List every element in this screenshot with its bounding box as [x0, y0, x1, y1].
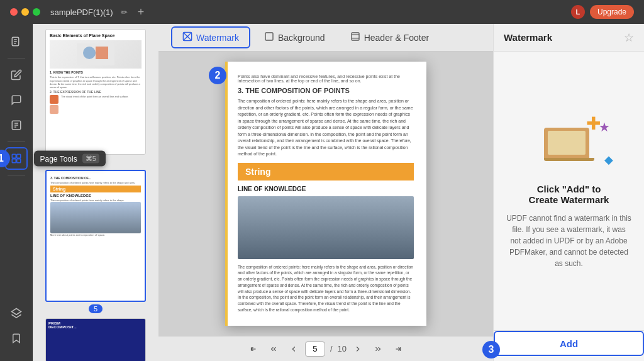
- background-tab-label: Background: [278, 33, 325, 43]
- tab-header-footer[interactable]: Header & Footer: [339, 26, 441, 48]
- upgrade-button[interactable]: Upgrade: [590, 5, 634, 19]
- edit-title-icon[interactable]: ✏: [121, 8, 128, 17]
- header-footer-tab-icon: [350, 31, 360, 43]
- page-navigation: 5 / 10: [158, 336, 493, 361]
- shortcut-badge: ⌘5: [82, 154, 99, 164]
- laptop-base: [544, 158, 594, 161]
- add-button-container: 3 Add: [494, 330, 644, 361]
- laptop-body: [544, 128, 589, 158]
- content-area: Watermark Background Hea: [158, 24, 493, 361]
- svg-rect-19: [265, 33, 273, 40]
- titlebar: samplePDF(1)(1) ✏ + L Upgrade: [0, 0, 644, 24]
- sidebar-icon-layers[interactable]: [5, 302, 28, 325]
- deco-diamond-icon: ◆: [604, 153, 613, 167]
- tp5-text-3: More text about points and composition o…: [50, 233, 141, 236]
- pdf-section-3-body: The composition of ordered points: here …: [238, 98, 414, 158]
- right-panel-header: Watermark ☆: [494, 24, 644, 52]
- sidebar-divider-1: [8, 58, 25, 58]
- svg-rect-10: [12, 159, 16, 163]
- right-panel-title: Watermark: [504, 32, 552, 43]
- nav-first-button[interactable]: [245, 340, 262, 358]
- close-button[interactable]: [10, 8, 18, 16]
- tp4-orange-section: 2. THE EXPRESSION OF THE LINE: [50, 90, 142, 94]
- left-sidebar: Page Tools ⌘5 1: [0, 24, 33, 361]
- step-1-indicator: 1: [0, 150, 10, 167]
- background-tab-icon: [264, 31, 274, 43]
- page-total: 10: [338, 344, 347, 353]
- sidebar-icon-form[interactable]: [5, 114, 28, 136]
- svg-marker-12: [11, 309, 21, 315]
- pdf-line-body: The composition of ordered points: here …: [238, 264, 414, 313]
- new-tab-icon[interactable]: +: [138, 6, 145, 19]
- svg-rect-20: [352, 33, 359, 40]
- thumb-page-5-content: 3. THE COMPOSITION OF... The composition…: [45, 170, 146, 302]
- tp5-text: The composition of ordered points here m…: [50, 181, 141, 184]
- window-title: samplePDF(1)(1): [50, 8, 113, 17]
- tp5-string-bar: String: [50, 186, 141, 192]
- thumb-page-5-number: 5: [89, 304, 103, 313]
- pdf-left-bar: [225, 62, 228, 326]
- thumbnail-prism[interactable]: PRISMDECOMPOSIT...: [38, 318, 153, 361]
- step-3-indicator: 3: [482, 341, 500, 358]
- nav-next-next-button[interactable]: [369, 340, 387, 358]
- laptop-screen: [548, 131, 586, 155]
- tp5-section: 3. THE COMPOSITION OF...: [50, 176, 141, 180]
- watermark-cta-title: Click "Add" toCreate Watermark: [529, 184, 609, 205]
- sidebar-divider-3: [8, 175, 25, 175]
- right-panel-content: ✚ ★ ◆ Click "Add" toCreate Watermark UPD…: [494, 52, 644, 330]
- thumbnail-page-5[interactable]: 3. THE COMPOSITION OF... The composition…: [38, 170, 153, 313]
- watermark-tab-icon: [182, 31, 192, 43]
- nav-prev-prev-button[interactable]: [265, 340, 282, 358]
- main-layout: Page Tools ⌘5 1 Basi: [0, 24, 644, 361]
- favorite-icon[interactable]: ☆: [624, 31, 634, 45]
- nav-prev-button[interactable]: [285, 340, 303, 358]
- sidebar-icon-bookmark[interactable]: [5, 327, 28, 350]
- maximize-button[interactable]: [33, 8, 40, 16]
- prism-label: PRISMDECOMPOSIT...: [48, 321, 143, 329]
- svg-point-15: [83, 47, 96, 59]
- step-2-indicator: 2: [209, 67, 226, 84]
- thumb-page-4-content: Basic Elements of Plane Space 1. KNOW TH…: [45, 29, 146, 155]
- thumbnail-panel: Basic Elements of Plane Space 1. KNOW TH…: [33, 24, 158, 361]
- tp4-text-1: This is the expression of T, that is a s…: [50, 75, 142, 89]
- sidebar-icon-doc[interactable]: [5, 30, 28, 53]
- tooltip-label: Page Tools: [40, 154, 77, 163]
- sidebar-bottom: [5, 302, 28, 355]
- right-panel: Watermark ☆ ✚ ★ ◆ Click "Add" toCreate W…: [493, 24, 644, 361]
- thumbnail-page-4[interactable]: Basic Elements of Plane Space 1. KNOW TH…: [38, 29, 153, 165]
- svg-rect-14: [96, 47, 108, 59]
- sidebar-icon-comment[interactable]: [5, 89, 28, 111]
- pdf-section-3-num: 3. THE COMPOSITION OF POINTS: [238, 87, 414, 94]
- user-avatar: L: [571, 5, 585, 19]
- tp4-image: [50, 40, 142, 69]
- page-separator: /: [328, 344, 335, 353]
- pdf-string-bar: String: [238, 163, 414, 181]
- laptop-shape: [544, 128, 594, 161]
- tp5-line-title: LINE OF KNOWLEDGE: [50, 194, 141, 197]
- tp4-title: Basic Elements of Plane Space: [50, 33, 142, 38]
- nav-next-button[interactable]: [349, 340, 367, 358]
- tp5-image: [50, 202, 141, 233]
- svg-rect-9: [16, 154, 20, 158]
- tp-prism-bg: PRISMDECOMPOSIT...: [46, 319, 145, 361]
- tab-watermark[interactable]: Watermark: [171, 26, 250, 48]
- sidebar-icon-edit[interactable]: [5, 64, 28, 86]
- pdf-viewer: 2 Points also have dominant and recessiv…: [158, 52, 493, 336]
- nav-last-button[interactable]: [389, 340, 407, 358]
- pdf-image-block: [238, 196, 414, 259]
- sidebar-divider-2: [8, 142, 25, 142]
- titlebar-right: L Upgrade: [571, 5, 634, 19]
- tp4-text-2: The visual trend of the point form an ov…: [50, 95, 142, 114]
- pdf-page: Points also have dominant and recessive …: [225, 62, 426, 326]
- add-watermark-button[interactable]: Add: [494, 331, 644, 356]
- top-tabs: Watermark Background Hea: [158, 24, 493, 52]
- titlebar-left: samplePDF(1)(1) ✏ +: [10, 6, 144, 19]
- minimize-button[interactable]: [21, 8, 29, 16]
- pdf-top-text: Points also have dominant and recessive …: [238, 74, 414, 83]
- page-number-input[interactable]: 5: [305, 342, 325, 357]
- tab-background[interactable]: Background: [253, 26, 336, 48]
- sidebar-icon-page-tools[interactable]: Page Tools ⌘5 1: [5, 147, 28, 170]
- svg-rect-8: [12, 154, 16, 158]
- deco-star-icon: ★: [599, 119, 610, 135]
- svg-rect-11: [16, 159, 20, 163]
